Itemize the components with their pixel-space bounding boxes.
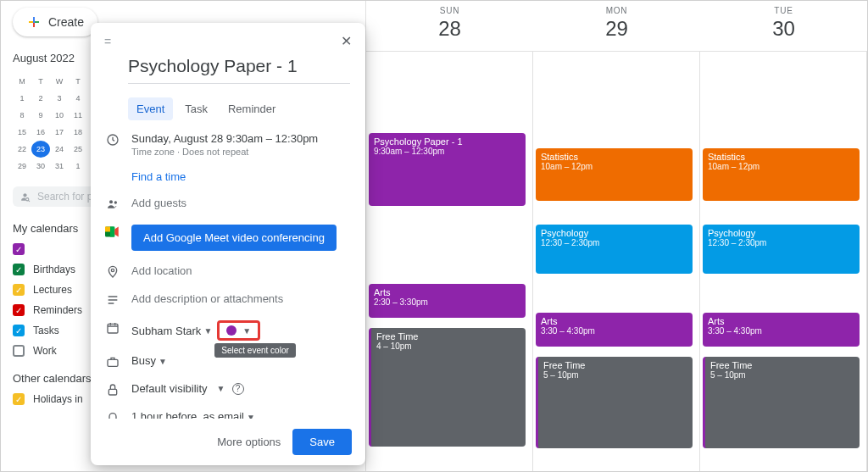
drag-handle-icon[interactable]: = — [104, 35, 109, 48]
mini-cal-day[interactable]: 29 — [13, 158, 31, 175]
day-headers: SUN28MON29TUE30 — [366, 1, 867, 52]
mini-cal-day[interactable]: 11 — [69, 107, 87, 124]
checkbox-icon: ✓ — [13, 304, 25, 316]
calendar-label: Work — [33, 345, 57, 357]
event-type-tabs: Event Task Reminder — [128, 97, 365, 120]
calendar-label: Lectures — [33, 284, 72, 296]
add-meet-button[interactable]: Add Google Meet video conferencing — [131, 225, 337, 251]
visibility-select[interactable]: Default visibility — [131, 382, 208, 395]
create-label: Create — [48, 15, 84, 29]
mini-cal-day[interactable]: 24 — [50, 141, 69, 158]
mini-cal-day[interactable]: 8 — [13, 107, 31, 124]
checkbox-icon: ✓ — [13, 284, 25, 296]
svg-rect-6 — [105, 227, 110, 232]
calendar-owner-select[interactable]: Subham Stark — [131, 325, 201, 337]
checkbox-icon: ✓ — [13, 243, 25, 255]
day-header: SUN28 — [366, 1, 533, 51]
person-search-icon — [19, 192, 31, 203]
calendar-label: Birthdays — [33, 264, 75, 275]
clock-icon — [104, 133, 121, 147]
checkbox-icon: ✓ — [13, 393, 25, 405]
calendar-label: Holidays in — [33, 393, 83, 405]
mini-cal-day[interactable]: 1 — [69, 158, 87, 175]
meet-icon — [104, 225, 121, 238]
briefcase-icon — [104, 355, 121, 369]
svg-rect-7 — [110, 227, 114, 237]
mini-cal-day[interactable]: 25 — [69, 141, 87, 158]
tab-reminder[interactable]: Reminder — [220, 97, 284, 120]
calendar-event[interactable]: Arts3:30 – 4:30pm — [703, 313, 860, 347]
mini-cal-day[interactable]: 10 — [50, 107, 69, 124]
description-icon — [104, 293, 121, 307]
mini-cal-day[interactable]: 15 — [13, 124, 31, 141]
people-icon — [104, 197, 121, 211]
help-icon[interactable]: ? — [232, 383, 244, 395]
add-guests-input[interactable]: Add guests — [131, 197, 352, 209]
calendar-event[interactable]: Psychology12:30 – 2:30pm — [536, 225, 693, 274]
svg-rect-9 — [108, 324, 118, 333]
mini-cal-day[interactable]: 23 — [31, 141, 50, 158]
checkbox-icon: ✓ — [13, 325, 25, 336]
checkbox-icon: ✓ — [13, 264, 25, 275]
calendar-event[interactable]: Free Time4 – 10pm — [369, 328, 526, 447]
calendar-event[interactable]: Free Time5 – 10pm — [703, 357, 860, 448]
day-header: MON29 — [533, 1, 700, 51]
timezone-repeat-note[interactable]: Time zone · Does not repeat — [131, 147, 352, 157]
add-location-input[interactable]: Add location — [131, 264, 352, 277]
event-datetime[interactable]: Sunday, August 28 9:30am – 12:30pm — [131, 132, 352, 145]
availability-select[interactable]: Busy — [131, 354, 156, 367]
tab-task[interactable]: Task — [176, 97, 216, 120]
mini-cal-day[interactable]: 3 — [50, 90, 69, 107]
calendar-event[interactable]: Arts3:30 – 4:30pm — [536, 313, 693, 347]
calendar-main: SUN28MON29TUE30 Psychology Paper - 19:30… — [365, 1, 867, 471]
svg-point-3 — [109, 200, 113, 203]
mini-cal-day[interactable]: 1 — [13, 90, 31, 107]
find-time-button[interactable]: Find a time — [131, 170, 186, 183]
color-tooltip: Select event color — [214, 343, 296, 358]
mini-cal-day[interactable]: 16 — [31, 124, 50, 141]
close-icon[interactable]: ✕ — [336, 30, 357, 53]
calendar-event[interactable]: Statistics10am – 12pm — [703, 148, 860, 201]
mini-cal-day[interactable]: 17 — [50, 124, 69, 141]
create-button[interactable]: Create — [13, 8, 97, 36]
mini-cal-day[interactable]: 9 — [31, 107, 50, 124]
calendar-label: Tasks — [33, 325, 59, 336]
svg-rect-0 — [33, 21, 35, 23]
calendar-label: Reminders — [33, 304, 82, 316]
calendar-grid[interactable]: Psychology Paper - 19:30am – 12:30pmStat… — [366, 52, 867, 471]
checkbox-icon — [13, 345, 25, 357]
calendar-event[interactable]: Statistics10am – 12pm — [536, 148, 693, 201]
svg-point-4 — [114, 201, 117, 203]
calendar-event[interactable]: Psychology12:30 – 2:30pm — [703, 225, 860, 274]
event-title-input[interactable]: Psychology Paper - 1 — [128, 56, 350, 84]
add-description-input[interactable]: Add description or attachments — [131, 292, 352, 305]
mini-cal-day[interactable]: 31 — [50, 158, 69, 175]
svg-point-8 — [111, 269, 114, 271]
lock-icon — [104, 383, 121, 397]
mini-cal-day[interactable]: 18 — [69, 124, 87, 141]
svg-rect-10 — [108, 359, 118, 366]
location-icon — [104, 265, 121, 279]
notification-1[interactable]: 1 hour before, as email — [131, 410, 244, 419]
tab-event[interactable]: Event — [128, 97, 173, 120]
calendar-icon — [104, 321, 121, 335]
calendar-event[interactable]: Arts2:30 – 3:30pm — [369, 284, 526, 318]
event-color-select[interactable]: ▼ Select event color — [217, 320, 260, 341]
more-options-button[interactable]: More options — [217, 436, 281, 448]
mini-cal-day[interactable]: 30 — [31, 158, 50, 175]
bell-icon — [104, 411, 121, 419]
svg-point-1 — [26, 197, 29, 200]
mini-cal-day[interactable]: 2 — [31, 90, 50, 107]
calendar-event[interactable]: Free Time5 – 10pm — [536, 357, 693, 448]
mini-cal-day[interactable]: 4 — [69, 90, 87, 107]
save-button[interactable]: Save — [292, 429, 352, 455]
svg-rect-11 — [108, 389, 116, 395]
color-dot-icon — [226, 325, 236, 336]
mini-cal-day[interactable]: 22 — [13, 141, 31, 158]
plus-icon — [26, 14, 42, 30]
calendar-event[interactable]: Psychology Paper - 19:30am – 12:30pm — [369, 133, 526, 206]
event-editor-popup: = ✕ Psychology Paper - 1 Event Task Remi… — [91, 23, 365, 465]
day-header: TUE30 — [700, 1, 867, 51]
